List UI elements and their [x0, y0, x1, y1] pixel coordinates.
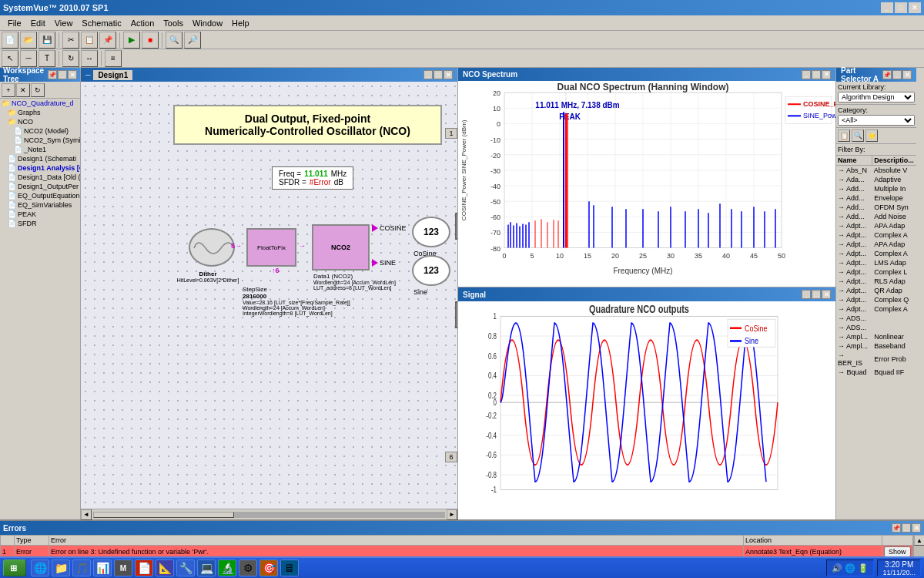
hscroll-right[interactable]: ►	[447, 509, 457, 520]
menu-tools[interactable]: Tools	[159, 17, 188, 29]
design-min[interactable]: _	[424, 70, 433, 79]
taskbar-app5[interactable]: 🔧	[176, 560, 195, 576]
tb-new[interactable]: 📄	[2, 32, 18, 49]
part-ads2[interactable]: → ADS...	[836, 323, 916, 332]
design-close[interactable]: ✕	[444, 70, 453, 79]
tb-copy[interactable]: 📋	[81, 32, 98, 49]
taskbar-media[interactable]: 🎵	[72, 560, 91, 576]
taskbar-app2[interactable]: M	[114, 560, 132, 576]
taskbar-app1[interactable]: 📊	[93, 560, 112, 576]
tree-item-eq-output[interactable]: 📄 EQ_OutputEquation	[6, 191, 80, 200]
tree-item-nco-quad[interactable]: 📁 NCO_Quadrature_d	[0, 99, 80, 108]
close-button[interactable]: ✕	[909, 2, 921, 13]
tree-item-design1[interactable]: 📄 Design1 (Schemati	[6, 154, 80, 163]
part-ampl1[interactable]: → Ampl... Nonlinear	[836, 332, 916, 341]
ps-btn3[interactable]: ⭐	[865, 129, 878, 142]
tb-save[interactable]: 💾	[38, 32, 55, 49]
part-adpt4[interactable]: → Adpt... Complex A	[836, 249, 916, 258]
sig-min[interactable]: _	[802, 290, 811, 299]
part-ber-is[interactable]: → BER_IS Error Prob	[836, 351, 916, 368]
tb-zoom-out[interactable]: 🔎	[184, 32, 201, 49]
spec-close[interactable]: ✕	[822, 70, 831, 79]
hscroll-track[interactable]	[93, 512, 445, 518]
menu-file[interactable]: File	[3, 17, 26, 29]
menu-window[interactable]: Window	[188, 17, 227, 29]
part-adpt7[interactable]: → Adpt... RLS Adap	[836, 277, 916, 286]
part-ads1[interactable]: → ADS...	[836, 314, 916, 323]
wt-min[interactable]: _	[58, 70, 67, 79]
tb-select[interactable]: ↖	[2, 50, 18, 67]
part-ada[interactable]: → Ada... Adaptive	[836, 175, 916, 184]
ps-btn2[interactable]: 🔍	[852, 129, 864, 142]
taskbar-ie[interactable]: 🌐	[31, 560, 49, 576]
tb-cut[interactable]: ✂	[62, 32, 79, 49]
part-add4[interactable]: → Add... Add Noise	[836, 212, 916, 221]
design-tab[interactable]: Design1	[93, 70, 132, 80]
taskbar-folder[interactable]: 📁	[52, 560, 70, 576]
part-adpt3[interactable]: → Adpt... APA Adap	[836, 240, 916, 249]
part-adpt10[interactable]: → Adpt... Complex A	[836, 304, 916, 314]
tb-align[interactable]: ≡	[105, 50, 122, 67]
menu-edit[interactable]: Edit	[26, 17, 50, 29]
ps-close[interactable]: ✕	[902, 70, 912, 79]
part-adpt9[interactable]: → Adpt... Complex Q	[836, 295, 916, 304]
part-add1[interactable]: → Add... Multiple In	[836, 184, 916, 193]
tree-item-design1-output[interactable]: 📄 Design1_OutputPer	[6, 182, 80, 191]
taskbar-app3[interactable]: 📄	[135, 560, 153, 576]
tree-item-note1[interactable]: 📄 _Note1	[12, 145, 80, 154]
part-adpt6[interactable]: → Adpt... Complex L	[836, 267, 916, 277]
taskbar-app10[interactable]: 🖥	[280, 560, 299, 576]
err-scroll-up[interactable]: ▲	[914, 535, 924, 546]
part-adpt1[interactable]: → Adpt... APA Adap	[836, 221, 916, 230]
hscroll-left[interactable]: ◄	[81, 509, 92, 520]
tb-wire[interactable]: ─	[20, 50, 37, 67]
wt-close[interactable]: ✕	[68, 70, 77, 79]
menu-schematic[interactable]: Schematic	[77, 17, 126, 29]
category-select[interactable]: <All>	[838, 115, 915, 126]
err-close[interactable]: ✕	[912, 523, 921, 533]
part-abs[interactable]: → Abs_N Absolute V	[836, 166, 916, 176]
part-bquad[interactable]: → Bquad Bquad IIF	[836, 368, 916, 377]
tb-zoom-in[interactable]: 🔍	[166, 32, 182, 49]
part-ampl2[interactable]: → Ampl... Baseband	[836, 341, 916, 351]
err-min[interactable]: _	[902, 523, 911, 533]
tree-item-design1-data[interactable]: 📄 Design1_Data [Old (	[6, 173, 80, 182]
minimize-button[interactable]: _	[881, 2, 893, 13]
tb-paste[interactable]: 📌	[99, 32, 116, 49]
start-button[interactable]: ⊞	[3, 560, 26, 576]
tt-refresh[interactable]: ↻	[31, 83, 45, 97]
part-adpt8[interactable]: → Adpt... QR Adap	[836, 286, 916, 295]
maximize-button[interactable]: □	[895, 2, 907, 13]
tree-item-design1-analysis[interactable]: 📄 Design1 Analysis [O	[6, 163, 80, 173]
taskbar-app9[interactable]: 🎯	[259, 560, 278, 576]
tb-text[interactable]: T	[38, 50, 55, 67]
tree-item-graphs[interactable]: 📁 Graphs	[6, 108, 80, 117]
ps-btn1[interactable]: 📋	[838, 129, 850, 142]
tree-item-sfdr[interactable]: 📄 SFDR	[6, 219, 80, 228]
err-pin[interactable]: 📌	[892, 523, 901, 533]
tb-stop[interactable]: ■	[142, 32, 159, 49]
sig-close[interactable]: ✕	[822, 290, 831, 299]
tree-item-eq-sim[interactable]: 📄 EQ_SimVariables	[6, 200, 80, 210]
part-adpt2[interactable]: → Adpt... Complex A	[836, 230, 916, 240]
part-add3[interactable]: → Add... OFDM Syn	[836, 203, 916, 212]
tree-item-nco2-model[interactable]: 📄 NCO2 (Model)	[12, 126, 80, 136]
library-select[interactable]: Algorithm Design	[838, 92, 915, 102]
wt-pin[interactable]: 📌	[48, 70, 57, 79]
tb-open[interactable]: 📂	[20, 32, 37, 49]
ps-min[interactable]: _	[892, 70, 902, 79]
spec-min[interactable]: _	[802, 70, 811, 79]
menu-view[interactable]: View	[50, 17, 78, 29]
tb-run[interactable]: ▶	[123, 32, 140, 49]
part-add2[interactable]: → Add... Envelope	[836, 193, 916, 203]
show-btn-1[interactable]: Show	[884, 546, 911, 557]
taskbar-app8[interactable]: ⚙	[239, 560, 257, 576]
part-adpt5[interactable]: → Adpt... LMS Adap	[836, 258, 916, 267]
design-max[interactable]: □	[434, 70, 443, 79]
tree-item-nco2-sym[interactable]: 📄 NCO2_Sym (Symi	[12, 136, 80, 145]
taskbar-app7[interactable]: 🔬	[218, 560, 236, 576]
taskbar-app4[interactable]: 📐	[156, 560, 174, 576]
menu-action[interactable]: Action	[126, 17, 159, 29]
tree-item-nco[interactable]: 📁 NCO	[6, 117, 80, 126]
menu-help[interactable]: Help	[227, 17, 254, 29]
